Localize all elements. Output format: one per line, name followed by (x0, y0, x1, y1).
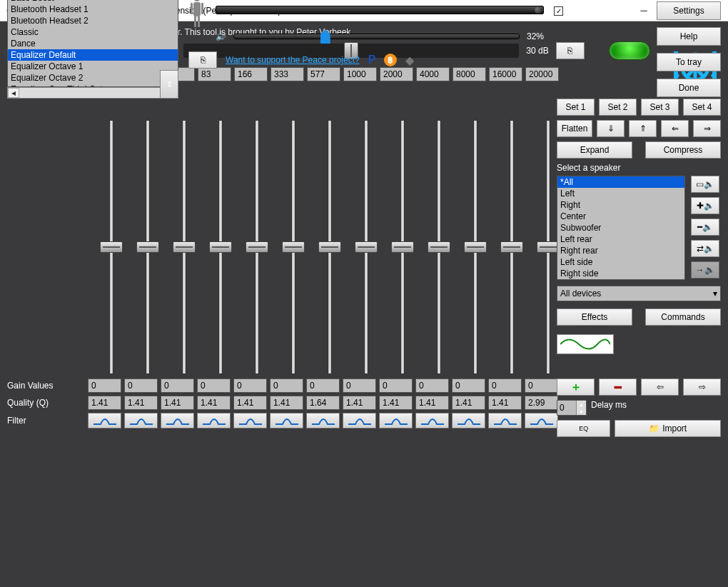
quality-input[interactable] (415, 396, 449, 410)
set3-button[interactable]: Set 3 (641, 99, 679, 116)
eq-icon-button[interactable]: EQ (557, 420, 610, 437)
config-scrollbar[interactable]: ◂▸ (7, 87, 178, 99)
compress-button[interactable]: Compress (645, 141, 721, 159)
bitcoin-icon[interactable]: ฿ (384, 54, 397, 66)
shift-left-button[interactable]: ⇐ (661, 120, 689, 137)
band-slider[interactable] (203, 120, 237, 374)
gain-value-input[interactable] (525, 378, 558, 393)
speaker-item[interactable]: Right side (557, 268, 684, 279)
band-slider[interactable] (167, 120, 201, 374)
band-slider[interactable] (495, 120, 528, 374)
speaker-remove-icon-button[interactable]: ━🔈 (691, 219, 719, 236)
config-item[interactable]: Equalizer Octave 1 (8, 61, 178, 72)
quality-input[interactable] (306, 396, 340, 410)
quality-input[interactable] (270, 396, 303, 410)
config-item[interactable]: Dance (8, 38, 178, 49)
gain-value-input[interactable] (343, 378, 376, 393)
paypal-icon[interactable]: P (368, 54, 376, 66)
speaker-item[interactable]: Subwoofer (557, 222, 684, 234)
delay-spinner[interactable]: 0 ▲▼ (557, 400, 587, 416)
settings-button[interactable]: Settings (657, 1, 721, 20)
band-slider[interactable] (458, 120, 492, 374)
commands-button[interactable]: Commands (645, 308, 721, 326)
speaker-listbox[interactable]: *AllLeftRightCenterSubwooferLeft rearRig… (557, 176, 685, 280)
shift-right-button[interactable]: ⇒ (693, 120, 721, 137)
config-item[interactable]: Bluetooth Headset 2 (8, 15, 178, 26)
config-item[interactable]: Equalizer Octave 2 (8, 72, 178, 84)
gain-value-input[interactable] (197, 378, 231, 393)
band-slider[interactable] (313, 120, 346, 374)
set1-button[interactable]: Set 1 (557, 99, 595, 116)
filter-button[interactable] (197, 413, 231, 428)
band-slider[interactable] (240, 120, 273, 374)
filter-button[interactable] (415, 413, 449, 428)
speaker-item[interactable]: Left (557, 188, 684, 199)
quality-input[interactable] (525, 396, 558, 410)
quality-input[interactable] (88, 396, 121, 410)
speaker-single-icon-button[interactable]: ▭🔈 (691, 176, 719, 193)
prev-band-button[interactable]: ⇦ (641, 378, 679, 396)
speaker-item[interactable]: Center (557, 211, 684, 222)
speaker-item[interactable]: Left side (557, 256, 684, 268)
device-select[interactable]: All devices▾ (557, 286, 721, 301)
gain-value-input[interactable] (270, 378, 303, 393)
gain-value-input[interactable] (88, 378, 121, 393)
gain-value-input[interactable] (124, 378, 158, 393)
quality-input[interactable] (343, 396, 376, 410)
expand-button[interactable]: Expand (557, 141, 632, 159)
gain-value-input[interactable] (415, 378, 449, 393)
help-button[interactable]: Help (657, 27, 721, 46)
config-item[interactable]: Equalizer Default (8, 49, 178, 61)
quality-input[interactable] (161, 396, 194, 410)
gain-value-input[interactable] (233, 378, 267, 393)
add-band-button[interactable]: ＋ (557, 378, 595, 396)
band-slider[interactable] (131, 120, 164, 374)
config-item[interactable]: Bluetooth Headset 1 (8, 4, 178, 15)
set2-button[interactable]: Set 2 (599, 99, 637, 116)
gain-value-input[interactable] (488, 378, 522, 393)
gain-value-input[interactable] (452, 378, 485, 393)
quality-input[interactable] (197, 396, 231, 410)
filter-button[interactable] (306, 413, 340, 428)
band-slider[interactable] (349, 120, 383, 374)
speaker-swap-icon-button[interactable]: ⇄🔈 (691, 240, 719, 257)
reorder-updown-button[interactable]: ⇕ (160, 70, 178, 99)
quality-input[interactable] (452, 396, 485, 410)
shift-up-button[interactable]: ⇑ (629, 120, 657, 137)
quality-input[interactable] (233, 396, 267, 410)
config-item[interactable]: Classic (8, 26, 178, 38)
totray-button[interactable]: To tray (657, 53, 721, 71)
quality-input[interactable] (124, 396, 158, 410)
filter-button[interactable] (161, 413, 194, 428)
filter-button[interactable] (124, 413, 158, 428)
speaker-item[interactable]: *All (557, 176, 684, 188)
filter-button[interactable] (343, 413, 376, 428)
speaker-add-icon-button[interactable]: ✚🔈 (691, 197, 719, 214)
filter-button[interactable] (488, 413, 522, 428)
gain-value-input[interactable] (306, 378, 340, 393)
speaker-route-icon-button[interactable]: →🔈 (691, 261, 719, 279)
quality-input[interactable] (379, 396, 413, 410)
volume-icon[interactable]: 🔊 (216, 31, 226, 41)
graph-button[interactable] (557, 334, 614, 354)
config-listbox[interactable]: 7-1 SetupBass and High BoostBass BoostBl… (7, 0, 178, 87)
filter-button[interactable] (452, 413, 485, 428)
filter-button[interactable] (379, 413, 413, 428)
speaker-item[interactable]: Right rear (557, 245, 684, 256)
volume-slider[interactable] (233, 34, 520, 39)
next-band-button[interactable]: ⇨ (683, 378, 721, 396)
band-slider[interactable] (385, 120, 419, 374)
speaker-item[interactable]: Right (557, 199, 684, 211)
band-slider[interactable] (94, 120, 128, 374)
done-button[interactable]: Done (657, 79, 721, 97)
band-slider[interactable] (276, 120, 310, 374)
filter-button[interactable] (233, 413, 267, 428)
filter-button[interactable] (270, 413, 303, 428)
prevent-clipping-checkbox[interactable]: ✓ Prevent clipping (554, 6, 627, 16)
filter-button[interactable] (525, 413, 558, 428)
support-link[interactable]: Want to support the Peace project? (226, 55, 360, 65)
filter-button[interactable] (88, 413, 121, 428)
quality-input[interactable] (488, 396, 522, 410)
output-icon-button[interactable]: ⎘ (188, 51, 217, 69)
flatten-button[interactable]: Flatten (557, 120, 592, 137)
